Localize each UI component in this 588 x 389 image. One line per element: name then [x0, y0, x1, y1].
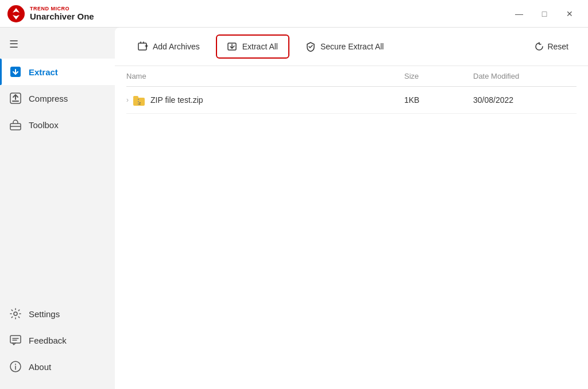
app-logo-icon [7, 5, 25, 23]
add-archives-icon [138, 41, 148, 52]
sidebar-item-feedback[interactable]: Feedback [0, 327, 115, 353]
window-controls: — □ ✕ [508, 5, 581, 23]
sidebar-nav: Extract Compress [0, 59, 115, 301]
column-size: Size [404, 72, 473, 80]
app-name-label: Unarchiver One [30, 11, 94, 21]
sidebar-toolbox-label: Toolbox [29, 120, 59, 130]
svg-rect-11 [10, 336, 21, 343]
sidebar-bottom: Settings Feedback [0, 301, 115, 384]
secure-extract-all-label: Secure Extract All [320, 42, 384, 51]
minimize-button[interactable]: — [508, 5, 531, 23]
svg-rect-25 [133, 96, 138, 99]
svg-point-0 [7, 5, 25, 22]
sidebar-feedback-label: Feedback [29, 336, 67, 345]
sidebar-compress-label: Compress [29, 94, 68, 103]
chevron-right-icon: › [126, 96, 129, 104]
content-area: Add Archives Extract All [115, 28, 588, 389]
app-title-block: TREND MICRO Unarchiver One [30, 6, 94, 21]
extract-all-label: Extract All [242, 42, 278, 51]
file-list-header: Name Size Date Modified [126, 66, 577, 87]
about-icon [9, 360, 22, 373]
file-name-label: ZIP file test.zip [150, 95, 203, 105]
zip-file-icon: Z [133, 94, 146, 106]
sidebar: ☰ Extract [0, 28, 115, 389]
settings-icon [9, 307, 22, 320]
file-size-value: 1KB [404, 95, 473, 105]
reset-label: Reset [547, 42, 568, 51]
table-row[interactable]: › Z ZIP file test.zip [126, 87, 577, 114]
file-name-cell: › Z ZIP file test.zip [126, 94, 404, 106]
sidebar-settings-label: Settings [29, 309, 60, 319]
sidebar-item-about[interactable]: About [0, 353, 115, 380]
extract-all-icon [227, 41, 238, 52]
extract-icon [9, 66, 22, 78]
sidebar-item-toolbox[interactable]: Toolbox [0, 111, 115, 138]
svg-text:Z: Z [139, 102, 141, 105]
sidebar-extract-label: Extract [29, 67, 58, 77]
feedback-icon [9, 334, 22, 346]
main-layout: ☰ Extract [0, 28, 588, 389]
secure-extract-all-button[interactable]: Secure Extract All [294, 34, 396, 59]
extract-all-button[interactable]: Extract All [216, 34, 289, 59]
close-button[interactable]: ✕ [558, 5, 581, 23]
file-date-value: 30/08/2022 [473, 95, 577, 105]
file-list: Name Size Date Modified › [115, 66, 588, 389]
title-bar: TREND MICRO Unarchiver One — □ ✕ [0, 0, 588, 28]
sidebar-item-settings[interactable]: Settings [0, 301, 115, 327]
hamburger-button[interactable]: ☰ [0, 32, 115, 56]
compress-icon [9, 92, 22, 105]
secure-extract-icon [305, 41, 316, 52]
column-name: Name [126, 72, 404, 80]
sidebar-item-extract[interactable]: Extract [0, 59, 115, 85]
toolbox-icon [9, 118, 22, 131]
svg-point-10 [14, 312, 17, 315]
sidebar-about-label: About [29, 362, 51, 372]
column-date-modified: Date Modified [473, 72, 577, 80]
reset-button[interactable]: Reset [527, 37, 577, 56]
brand-label: TREND MICRO [30, 6, 94, 11]
reset-icon [535, 42, 544, 51]
add-archives-label: Add Archives [153, 42, 200, 51]
toolbar: Add Archives Extract All [115, 28, 588, 66]
svg-rect-17 [138, 43, 146, 50]
add-archives-button[interactable]: Add Archives [126, 34, 211, 59]
maximize-button[interactable]: □ [533, 5, 556, 23]
svg-point-16 [15, 364, 16, 365]
sidebar-item-compress[interactable]: Compress [0, 85, 115, 111]
app-branding: TREND MICRO Unarchiver One [7, 5, 94, 23]
